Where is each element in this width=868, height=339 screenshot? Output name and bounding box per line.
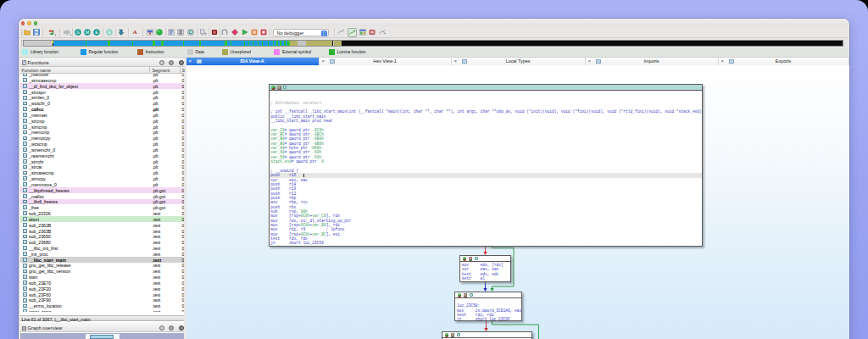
svg-text:M: M (86, 30, 89, 35)
svg-text:E: E (108, 30, 111, 35)
svg-text:A: A (132, 30, 137, 36)
svg-text:G: G (76, 30, 80, 35)
svg-text:E: E (95, 30, 98, 35)
